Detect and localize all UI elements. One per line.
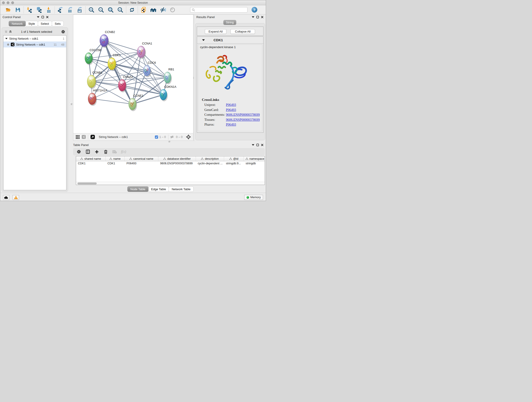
control-panel-tabs: Network Style Select Sets — [9, 21, 63, 26]
crosslink-link[interactable]: 9606.ENSP00000378699 — [226, 113, 260, 116]
refresh-icon[interactable] — [129, 7, 135, 13]
network-collection-row[interactable]: String Network – cdk1 1 — [3, 36, 66, 41]
network-edge[interactable] — [122, 85, 163, 95]
tab-style[interactable]: Style — [25, 21, 38, 26]
zoom-in-icon[interactable] — [88, 7, 95, 13]
string-import-icon[interactable] — [140, 7, 147, 13]
delete-table-icon — [112, 149, 117, 154]
table-options-gear-icon[interactable] — [76, 149, 81, 154]
zoom-fit-icon[interactable] — [108, 7, 114, 13]
open-session-icon[interactable] — [5, 7, 12, 13]
table-row[interactable]: CDK1CDK1P064939606.ENSP00000378699cyclin… — [76, 161, 265, 166]
birdseye-view-icon[interactable] — [89, 134, 95, 140]
warnings-button[interactable] — [13, 195, 19, 200]
column-header-label: name — [114, 157, 120, 160]
crosslink-link[interactable]: P06493 — [226, 103, 236, 106]
tree-expand-icon[interactable] — [5, 38, 7, 39]
tab-select[interactable]: Select — [38, 21, 52, 26]
left-splitter-handle[interactable] — [70, 102, 73, 105]
save-session-icon[interactable] — [15, 7, 21, 13]
network-canvas[interactable]: CCNB2CCNA1CDC25BCDK1CDC6RB1CCNB1CCNA2CDK… — [73, 15, 193, 133]
column-header-canonical-name[interactable]: canonical name — [125, 156, 158, 161]
entry-collapse-icon[interactable] — [202, 39, 205, 41]
cloud-icon — [4, 196, 8, 199]
zoom-out-icon[interactable] — [98, 7, 104, 13]
export-table-icon[interactable] — [67, 7, 73, 13]
crosslink-link[interactable]: 9606.ENSP00000378699 — [226, 118, 260, 121]
create-column-plus-icon[interactable] — [94, 149, 99, 154]
help-button[interactable]: ? — [252, 7, 257, 13]
tab-node-table[interactable]: Node Table — [127, 186, 148, 192]
crosslink-link[interactable]: P06493 — [226, 108, 236, 111]
home-icon[interactable] — [150, 7, 157, 13]
table-cell[interactable]: CDK1 — [76, 161, 106, 166]
table-cell[interactable]: CDK1 — [106, 161, 125, 166]
collapse-all-button[interactable]: Collapse All — [230, 29, 255, 34]
network-row-selected[interactable]: String Network – cdk1 11 48 — [3, 41, 66, 47]
column-header-description[interactable]: description — [196, 156, 224, 161]
memory-button[interactable]: Memory — [244, 195, 263, 200]
tab-edge-table[interactable]: Edge Table — [148, 186, 169, 192]
close-panel-icon[interactable] — [261, 16, 264, 18]
delete-columns-trash-icon[interactable] — [103, 149, 108, 154]
zoom-selected-icon[interactable] — [117, 7, 123, 13]
network-selection-status: 1 of 1 Network selected — [12, 30, 61, 33]
network-node-label: CCNA2 — [123, 75, 133, 79]
crosslink-label: Compartments: — [204, 113, 226, 116]
selected-checkbox-icon[interactable] — [155, 135, 158, 139]
collapse-panel-icon[interactable] — [252, 16, 254, 18]
collapse-all-networks-icon[interactable] — [9, 30, 12, 33]
node-table[interactable]: shared namenamecanonical namedatabase id… — [76, 156, 265, 185]
expand-all-networks-icon[interactable] — [5, 30, 7, 33]
fit-selection-crosshair-icon[interactable] — [185, 134, 191, 140]
network-edge[interactable] — [92, 99, 133, 104]
export-network-icon[interactable] — [57, 7, 64, 13]
scrollbar-thumb[interactable] — [77, 182, 97, 185]
collapse-panel-icon[interactable] — [37, 16, 39, 18]
import-network-file-icon[interactable] — [26, 7, 33, 13]
network-edge[interactable] — [104, 41, 133, 104]
table-cell[interactable]: P06493 — [125, 161, 158, 166]
network-edge[interactable] — [104, 41, 141, 52]
column-header-shared-name[interactable]: shared name — [76, 156, 106, 161]
import-table-file-icon[interactable] — [46, 7, 52, 13]
crosslink-link[interactable]: P06493 — [226, 123, 236, 126]
network-label: String Network – cdk1 — [16, 43, 45, 46]
network-view-title: String Network – cdk1 — [99, 135, 128, 139]
show-columns-icon[interactable] — [85, 149, 90, 154]
protein-structure-image — [203, 55, 249, 94]
hide-selected-icon[interactable] — [160, 7, 166, 13]
tab-network[interactable]: Network — [9, 21, 26, 26]
show-graphics-details-icon[interactable] — [169, 7, 176, 13]
float-panel-icon[interactable] — [256, 144, 259, 146]
float-panel-icon[interactable] — [41, 16, 44, 18]
table-panel-title: Table Panel — [73, 143, 89, 147]
table-horizontal-scrollbar[interactable] — [76, 182, 265, 185]
share-network-icon[interactable] — [81, 134, 87, 140]
tab-network-table[interactable]: Network Table — [169, 186, 193, 192]
table-cell[interactable]: stringdb:9... — [224, 161, 244, 166]
collapse-panel-icon[interactable] — [252, 144, 254, 146]
close-panel-icon[interactable] — [46, 16, 49, 18]
network-node-label: CDKN1A — [164, 85, 177, 89]
cloud-status-button[interactable] — [3, 195, 9, 200]
column-header-database-identifier[interactable]: database identifier — [158, 156, 196, 161]
column-header-namespace[interactable]: namespace — [244, 156, 265, 161]
import-network-database-icon[interactable] — [36, 7, 42, 13]
tab-sets[interactable]: Sets — [52, 21, 64, 26]
column-header--id[interactable]: @id — [224, 156, 244, 161]
table-cell[interactable]: cyclin-dependent ... — [196, 161, 224, 166]
search-input[interactable] — [195, 8, 246, 12]
table-cell[interactable]: 9606.ENSP00000378699 — [158, 161, 196, 166]
network-options-gear-icon[interactable] — [61, 30, 65, 34]
float-panel-icon[interactable] — [256, 16, 259, 18]
grid-view-icon[interactable] — [75, 134, 81, 140]
table-cell[interactable]: stringdb — [244, 161, 265, 166]
export-image-icon[interactable] — [76, 7, 83, 13]
close-panel-icon[interactable] — [261, 144, 264, 146]
expand-all-button[interactable]: Expand All — [205, 29, 226, 34]
tab-string[interactable]: String — [223, 20, 236, 25]
column-header-name[interactable]: name — [106, 156, 125, 161]
column-header-label: description — [205, 157, 219, 160]
entry-header[interactable]: CDK1 — [197, 37, 263, 44]
